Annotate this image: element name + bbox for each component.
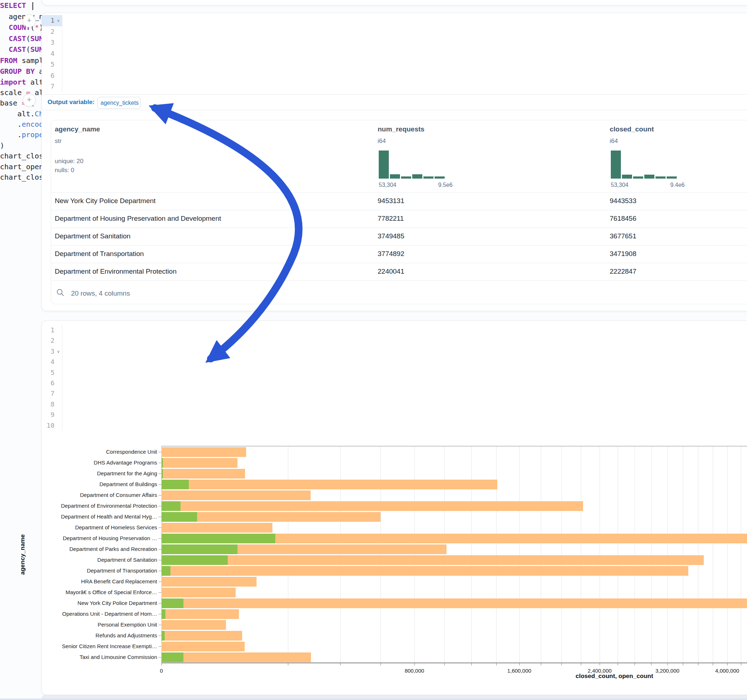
open-count-bar [162, 512, 197, 522]
x-axis-tick [541, 663, 541, 665]
y-axis-tick [159, 484, 162, 485]
output-variable-pill[interactable]: agency_tickets [97, 97, 141, 109]
y-axis-tick [159, 592, 162, 593]
gridline [727, 447, 727, 662]
column-header-num_requests[interactable]: num_requests [378, 125, 425, 133]
line-number: 4 [39, 358, 54, 365]
open-count-bar [162, 631, 165, 641]
x-axis-tick-label: 0 [136, 668, 187, 674]
collapse-chevron-icon[interactable]: ∨ [57, 18, 60, 23]
closed-count-bar [162, 555, 704, 565]
open-count-bar [162, 545, 237, 554]
gridline [683, 447, 683, 662]
x-axis-title: closed_count, open_count [542, 673, 687, 680]
y-axis-tick [159, 635, 162, 636]
y-axis-label: Department of Consumer Affairs [56, 492, 157, 498]
closed-count-bar [162, 447, 246, 457]
histogram-max-label: 9.5e6 [415, 182, 452, 188]
gutter-divider [62, 325, 62, 431]
line-number: 2 [39, 337, 54, 344]
collapse-chevron-icon[interactable]: ∨ [57, 349, 60, 354]
line-number: 6 [39, 72, 54, 79]
column-stat: nulls: 0 [55, 167, 74, 174]
gridline [471, 447, 472, 662]
table-cell: 2240041 [378, 267, 404, 276]
y-axis-tick [159, 452, 162, 452]
closed-count-bar [162, 501, 583, 511]
table-cell: 2222847 [610, 267, 637, 276]
gridline [444, 447, 445, 662]
gridline [618, 447, 618, 662]
table-row-divider [51, 192, 747, 193]
y-axis-label: Department of Sanitation [56, 557, 157, 563]
output-variable-label: Output variable: [48, 99, 94, 106]
closed-count-bar [162, 566, 688, 576]
x-axis-tick [698, 663, 699, 665]
line-number: 7 [39, 389, 54, 397]
table-cell: 9453131 [378, 197, 404, 205]
column-type: i64 [610, 137, 618, 145]
y-axis-label: Operations Unit - Department of Hom… [56, 611, 157, 617]
output-variable-value: agency_tickets [98, 97, 140, 109]
y-axis-label: Department of Housing Preservation … [56, 535, 157, 541]
histogram-bar [667, 177, 677, 179]
x-axis-tick-label: 1,600,000 [494, 668, 544, 674]
y-axis-title: agency_name [19, 519, 26, 591]
table-cell: 7618456 [610, 214, 637, 223]
x-axis-tick [581, 663, 581, 665]
line-number: 8 [39, 400, 54, 408]
previous-cell-card [41, 0, 747, 5]
open-count-bar [162, 599, 183, 608]
closed-count-bar [162, 631, 242, 641]
open-count-bar [162, 609, 165, 619]
table-cell: New York City Police Department [55, 197, 156, 205]
gridline [519, 447, 520, 662]
histogram-bar [622, 175, 632, 179]
line-number: 5 [39, 60, 54, 68]
table-cell: 3677651 [610, 232, 637, 240]
y-axis-label: New York City Police Department [56, 600, 157, 606]
y-axis-label: Senior Citizen Rent Increase Exempti… [56, 643, 157, 649]
add-cell-button-top[interactable]: + [23, 14, 36, 27]
histogram-min-label: 53,304 [379, 182, 396, 188]
table-cell: 3749485 [378, 232, 404, 240]
y-axis-label: Department of Environmental Protection [56, 503, 157, 509]
gridline [581, 447, 581, 662]
gridline [381, 447, 381, 662]
histogram-bar [379, 151, 389, 179]
add-cell-button-output[interactable]: + [23, 94, 36, 107]
x-axis-tick [471, 663, 472, 665]
table-row-divider [51, 245, 747, 246]
column-header-agency_name[interactable]: agency_name [55, 125, 100, 133]
x-axis-tick [414, 663, 415, 665]
table-row-divider [51, 228, 747, 228]
gridline [414, 447, 415, 662]
divider-above-output [42, 94, 747, 95]
x-axis-tick [618, 663, 618, 665]
y-axis-tick [159, 614, 162, 614]
x-axis-tick [162, 663, 162, 665]
gridline [667, 447, 668, 662]
closed-count-bar [162, 480, 497, 489]
histogram-max-label: 9.4e6 [647, 182, 685, 188]
table-row-divider [51, 210, 747, 210]
search-icon[interactable] [56, 288, 65, 297]
y-axis-tick [159, 657, 162, 658]
x-axis-tick-label: 4,000,000 [702, 668, 747, 674]
y-axis-label: Department of Transportation [56, 567, 157, 573]
y-axis-tick [159, 646, 162, 647]
closed-count-bar [162, 642, 245, 652]
table-cell: 7782211 [378, 214, 404, 223]
x-axis-tick [444, 663, 445, 665]
table-cell: Department of Transportation [55, 250, 144, 258]
table-row-divider [51, 281, 747, 281]
histogram-bar [611, 151, 621, 179]
column-header-closed_count[interactable]: closed_count [610, 125, 654, 133]
table-cell: 3471908 [610, 250, 637, 258]
y-axis-label: Correspondence Unit [56, 449, 157, 455]
divider-below-output [42, 110, 747, 110]
gridline [651, 447, 652, 662]
x-axis-tick [561, 663, 562, 665]
y-axis-label: Department of Homeless Services [56, 524, 157, 530]
histogram-bar [435, 177, 445, 179]
